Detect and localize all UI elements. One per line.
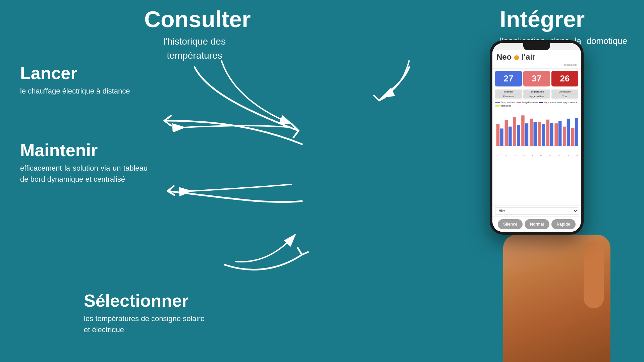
bar-blue-7 bbox=[550, 123, 553, 146]
chart-area: 10 11 12 13 14 15 16 17 18 19 bbox=[492, 108, 581, 205]
chart-dropdown: Hier Aujourd'hui Semaine bbox=[492, 205, 581, 216]
legend-dot-hygropomone bbox=[557, 102, 562, 103]
bar-red-10 bbox=[571, 128, 575, 145]
bar-red-7 bbox=[546, 120, 550, 146]
bar-blue-8 bbox=[558, 121, 562, 146]
x-label-11: 11 bbox=[504, 155, 507, 157]
chart-legend: Temp Intérieur Temp Panneau Hygromètre H… bbox=[492, 100, 581, 108]
time-period-select[interactable]: Hier Aujourd'hui Semaine bbox=[495, 207, 578, 215]
feature-maintenir: Maintenir efficacement la solution via u… bbox=[20, 141, 148, 185]
bar-blue-5 bbox=[533, 122, 537, 146]
maintenir-title: Maintenir bbox=[20, 141, 148, 160]
legend-dot-interieur bbox=[495, 102, 500, 103]
legend-ventilation: Ventilation bbox=[495, 105, 511, 107]
silence-button[interactable]: Silence bbox=[498, 219, 523, 229]
label-ventilation: Ventilation bbox=[551, 89, 578, 94]
legend-temp-panneau: Temp Panneau bbox=[517, 101, 538, 104]
x-label-10: 10 bbox=[496, 155, 498, 157]
legend-label-hygro: Hygromètre bbox=[544, 101, 556, 104]
finger-shape bbox=[584, 241, 604, 308]
bar-red-2 bbox=[505, 120, 508, 146]
stat-label-col-2: Température Hygrométrie bbox=[523, 89, 550, 99]
app-header: Neo l'air by Boisurel bbox=[492, 50, 581, 69]
legend-hygropomone: Hygropomone bbox=[557, 101, 577, 104]
stat-box-temp: 37 bbox=[523, 71, 550, 86]
bar-blue-1 bbox=[500, 128, 503, 146]
feature-lancer: Lancer le chauffage électrique à distanc… bbox=[20, 64, 130, 97]
bar-blue-4 bbox=[525, 123, 529, 146]
x-label-14: 14 bbox=[531, 155, 533, 157]
phone-notch bbox=[523, 43, 550, 50]
legend-label-panneau: Temp Panneau bbox=[522, 101, 538, 104]
lancer-title: Lancer bbox=[20, 64, 130, 83]
stat-box-interior: 27 bbox=[495, 71, 522, 86]
x-label-19: 19 bbox=[575, 155, 578, 157]
legend-label-hygropomone: Hygropomone bbox=[562, 101, 577, 104]
bar-blue-2 bbox=[508, 127, 512, 146]
selectionner-desc: les températures de consigne solaire et … bbox=[84, 313, 205, 335]
feature-consulter: Consulter l'historique des températures bbox=[144, 7, 251, 63]
phone-frame: Neo l'air by Boisurel 27 37 26 Intérieur bbox=[490, 40, 584, 235]
label-temperature: Température bbox=[523, 89, 550, 94]
app-name-neo: Neo bbox=[496, 52, 512, 61]
x-label-16: 16 bbox=[549, 155, 551, 157]
x-label-17: 17 bbox=[558, 155, 560, 157]
legend-label-ventilation: Ventilation bbox=[500, 105, 511, 107]
bar-red-3 bbox=[513, 117, 516, 146]
stat-boxes: 27 37 26 bbox=[492, 69, 581, 88]
normal-button[interactable]: Normal bbox=[525, 219, 549, 229]
legend-hygro: Hygromètre bbox=[539, 101, 556, 104]
legend-dot-hygro bbox=[539, 102, 543, 103]
stat-label-col-3: Ventilation Tout bbox=[551, 89, 578, 99]
bar-red-8 bbox=[554, 123, 558, 146]
label-panneau: Panneau bbox=[495, 94, 522, 99]
chart-svg bbox=[495, 110, 578, 153]
label-tout: Tout bbox=[551, 94, 578, 99]
app-subtitle: by Boisurel bbox=[496, 63, 577, 66]
bar-red-4 bbox=[521, 115, 525, 146]
bar-blue-6 bbox=[542, 124, 545, 146]
bar-blue-9 bbox=[567, 119, 570, 146]
consulter-title: Consulter bbox=[144, 7, 251, 32]
bar-red-9 bbox=[563, 127, 566, 146]
bar-blue-10 bbox=[575, 118, 578, 146]
stat-box-ventilation: 26 bbox=[551, 71, 578, 86]
maintenir-desc: efficacement la solution via un tableau … bbox=[20, 163, 148, 185]
hand-illustration bbox=[503, 235, 610, 362]
legend-dot-panneau bbox=[517, 102, 521, 103]
bar-red-6 bbox=[538, 122, 541, 146]
chart-x-labels: 10 11 12 13 14 15 16 17 18 19 bbox=[495, 155, 578, 157]
bar-red-1 bbox=[496, 124, 500, 146]
sun-icon bbox=[514, 55, 519, 60]
legend-dot-ventilation bbox=[495, 105, 500, 107]
lancer-desc: le chauffage électrique à distance bbox=[20, 85, 130, 97]
selectionner-title: Sélectionner bbox=[84, 291, 205, 310]
x-label-12: 12 bbox=[514, 155, 516, 157]
mode-buttons: Silence Normal Rapide bbox=[492, 216, 581, 232]
label-interieur: Intérieur bbox=[495, 89, 522, 94]
label-hygrometrie: Hygrométrie bbox=[523, 94, 550, 99]
integrer-title: Intégrer bbox=[500, 7, 627, 32]
bar-red-5 bbox=[530, 119, 533, 146]
phone-screen: Neo l'air by Boisurel 27 37 26 Intérieur bbox=[492, 43, 581, 232]
x-label-15: 15 bbox=[540, 155, 542, 157]
bar-blue-3 bbox=[517, 125, 520, 146]
phone-mockup: Neo l'air by Boisurel 27 37 26 Intérieur bbox=[490, 40, 584, 235]
feature-selectionner: Sélectionner les températures de consign… bbox=[84, 291, 205, 335]
consulter-desc: l'historique des températures bbox=[144, 35, 245, 63]
app-name-sol: l'air bbox=[522, 52, 536, 61]
stat-labels: Intérieur Panneau Température Hygrométri… bbox=[492, 88, 581, 100]
x-label-18: 18 bbox=[567, 155, 569, 157]
legend-temp-interieur: Temp Intérieur bbox=[495, 101, 516, 104]
rapide-button[interactable]: Rapide bbox=[551, 219, 576, 229]
stat-label-col-1: Intérieur Panneau bbox=[495, 89, 522, 99]
x-label-13: 13 bbox=[522, 155, 525, 157]
legend-label-interieur: Temp Intérieur bbox=[500, 101, 516, 104]
